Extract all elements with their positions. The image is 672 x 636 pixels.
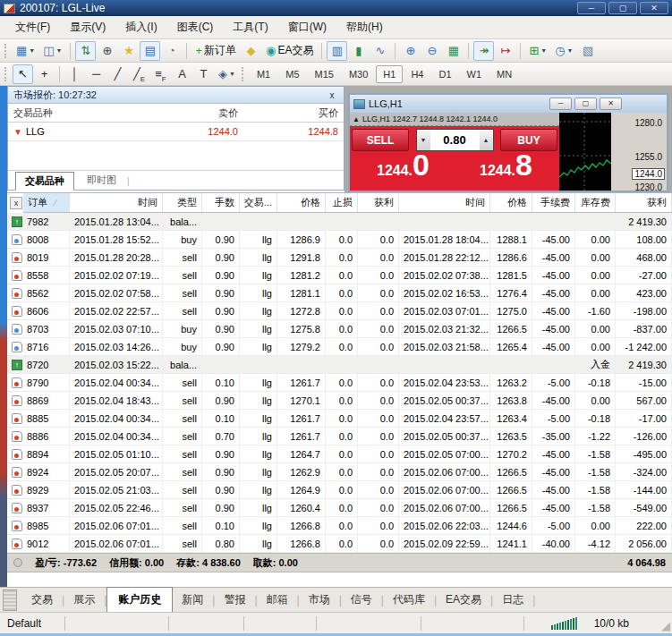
market-watch-tab-active[interactable]: 交易品种 <box>15 172 74 191</box>
timeframe-m5[interactable]: M5 <box>278 65 306 83</box>
history-col-header-11[interactable]: 库存费 <box>575 193 616 212</box>
chart-window-titlebar[interactable]: LLG,H1 ─ ▢ ✕ <box>350 95 667 113</box>
history-col-header-12[interactable]: 获利 <box>616 193 672 212</box>
menu-item-2[interactable]: 插入(I) <box>115 15 166 39</box>
timeframe-w1[interactable]: W1 <box>460 65 489 83</box>
terminal-tab-inactive[interactable]: 展示 <box>64 589 104 611</box>
terminal-tab-inactive[interactable]: 邮箱 <box>258 589 297 611</box>
history-row[interactable]: 85582015.02.02 07:19...sell0.90llg1281.2… <box>7 267 672 284</box>
tick-chart-button[interactable]: ⇅ <box>75 41 96 61</box>
history-row[interactable]: 89372015.02.05 22:46...sell0.90llg1260.4… <box>7 499 672 517</box>
new-chart-button[interactable]: ▦▼ <box>13 41 38 61</box>
history-row[interactable]: 87902015.02.04 00:34...sell0.10llg1261.7… <box>7 374 672 392</box>
chart-close-button[interactable]: ✕ <box>600 98 622 110</box>
chart-minimize-button[interactable]: ─ <box>549 98 572 110</box>
history-col-header-10[interactable]: 手续费 <box>532 193 575 212</box>
profiles-button[interactable]: ◫▼ <box>39 41 65 61</box>
menu-item-5[interactable]: 窗口(W) <box>278 15 336 39</box>
chart-bars-button[interactable]: ▥ <box>327 41 347 61</box>
periods-button[interactable]: ◷▼ <box>551 41 576 61</box>
timeframe-m30[interactable]: M30 <box>342 65 375 83</box>
ask-price-display[interactable]: 1244.8 <box>455 152 557 189</box>
history-col-header-5[interactable]: 价格 <box>277 193 326 212</box>
price-chart-area[interactable] <box>559 113 611 191</box>
history-row[interactable]: 90122015.02.06 07:01...sell0.80llg1266.8… <box>7 535 672 553</box>
chart-restore-button[interactable]: ▢ <box>574 98 597 110</box>
tile-windows-button[interactable]: ▦ <box>443 41 464 61</box>
history-col-header-3[interactable]: 手数 <box>202 193 240 212</box>
history-row[interactable]: ↑79822015.01.28 13:04...bala...2 419.30 <box>7 213 672 231</box>
timeframe-h1[interactable]: H1 <box>376 65 403 83</box>
market-watch-column-1[interactable]: 卖价 <box>149 106 243 120</box>
terminal-tab-inactive[interactable]: 代码库 <box>384 589 434 611</box>
timeframe-m1[interactable]: M1 <box>250 65 277 83</box>
menu-item-4[interactable]: 工具(T) <box>223 15 277 39</box>
chart-candles-button[interactable]: ▮ <box>348 41 369 61</box>
equidistant-channel-button[interactable]: ╱E <box>129 64 149 84</box>
history-col-header-7[interactable]: 获利 <box>358 193 399 212</box>
history-row[interactable]: 88852015.02.04 00:34...sell0.10llg1261.7… <box>7 410 672 428</box>
close-button[interactable]: ✕ <box>640 2 668 14</box>
docked-panel-handle[interactable] <box>3 589 17 611</box>
history-row[interactable]: 88942015.02.05 01:10...sell0.90llg1264.7… <box>7 445 672 463</box>
chart-shift-button[interactable]: ↦ <box>495 41 515 61</box>
market-watch-column-2[interactable]: 买价 <box>243 106 344 120</box>
terminal-tab-active[interactable]: 账户历史 <box>106 587 173 613</box>
bid-price-display[interactable]: 1244.0 <box>352 152 455 189</box>
text-label-button[interactable]: T <box>193 64 214 84</box>
ea-trading-button[interactable]: ◉EA交易 <box>262 41 317 61</box>
maximize-button[interactable]: ▢ <box>608 2 637 14</box>
history-col-header-6[interactable]: 止损 <box>326 193 358 212</box>
history-row[interactable]: 88862015.02.04 00:34...sell0.70llg1261.7… <box>7 428 672 445</box>
terminal-tab-inactive[interactable]: 新闻 <box>173 589 212 611</box>
metaeditor-button[interactable]: ◆ <box>241 41 261 61</box>
timeframe-d1[interactable]: D1 <box>431 65 458 83</box>
timeframe-mn[interactable]: MN <box>489 65 519 83</box>
fibonacci-button[interactable]: ≡F <box>150 64 171 84</box>
indicators-button[interactable]: ⊞▼ <box>525 41 550 61</box>
favorites-star-button[interactable]: ★ <box>118 41 139 61</box>
arrows-tool-button[interactable]: ◈▼ <box>215 64 239 84</box>
text-tool-button[interactable]: A <box>172 64 192 84</box>
terminal-tab-inactive[interactable]: 信号 <box>342 589 381 611</box>
market-watch-toggle-button[interactable]: ▤ <box>140 41 160 61</box>
zoom-in-button[interactable]: ⊕ <box>400 41 421 61</box>
volume-field[interactable]: 0.80 <box>430 133 480 147</box>
history-col-header-1[interactable]: 时间 <box>70 193 163 212</box>
history-row[interactable]: 89242015.02.05 20:07...sell0.90llg1262.9… <box>7 463 672 481</box>
menu-item-1[interactable]: 显示(V) <box>60 15 115 39</box>
history-col-header-9[interactable]: 价格 <box>490 193 532 212</box>
history-row[interactable]: 87162015.02.03 14:26...buy0.90llg1279.20… <box>7 338 672 356</box>
sell-button[interactable]: SELL <box>352 129 409 151</box>
terminal-tab-inactive[interactable]: 日志 <box>493 589 532 611</box>
volume-increase-button[interactable]: ▲ <box>480 130 493 150</box>
templates-button[interactable]: ▧ <box>578 41 599 61</box>
timeframe-h4[interactable]: H4 <box>404 65 430 83</box>
terminal-tab-inactive[interactable]: 市场 <box>300 589 339 611</box>
menu-item-0[interactable]: 文件(F) <box>5 15 60 39</box>
history-row[interactable]: 89852015.02.06 07:01...sell0.10llg1266.8… <box>7 517 672 535</box>
history-row[interactable]: 85622015.02.02 07:58...sell0.90llg1281.1… <box>7 284 672 302</box>
terminal-tab-inactive[interactable]: EA交易 <box>437 589 490 611</box>
zoom-out-button[interactable]: ⊖ <box>421 41 442 61</box>
profile-selector[interactable]: Default <box>7 617 41 630</box>
history-row[interactable]: 89292015.02.05 21:03...sell0.90llg1264.9… <box>7 481 672 499</box>
timeframe-m15[interactable]: M15 <box>308 65 341 83</box>
auto-scroll-button[interactable]: ↠ <box>473 41 494 61</box>
new-order-button[interactable]: +新订单 <box>191 41 240 61</box>
terminal-close-icon[interactable]: x <box>10 197 22 209</box>
history-col-header-2[interactable]: 类型 <box>163 193 202 212</box>
history-row[interactable]: 88692015.02.04 18:43...sell0.90llg1270.1… <box>7 392 672 410</box>
terminal-tab-inactive[interactable]: 交易 <box>22 589 62 611</box>
minimize-button[interactable]: ─ <box>577 2 606 14</box>
crosshair-cursor-button[interactable]: + <box>34 64 55 84</box>
menu-item-6[interactable]: 帮助(H) <box>336 15 393 39</box>
history-col-header-8[interactable]: 时间 <box>399 193 490 212</box>
market-watch-row[interactable]: ▼LLG1244.01244.8 <box>8 123 344 141</box>
market-watch-column-0[interactable]: 交易品种 <box>8 106 149 120</box>
vertical-line-button[interactable]: │ <box>64 64 85 84</box>
one-click-collapse-icon[interactable]: ▲ <box>353 115 360 123</box>
history-row[interactable]: 86062015.02.02 22:57...sell0.90llg1272.8… <box>7 302 672 320</box>
resize-grip-icon[interactable]: ◢ <box>661 619 670 632</box>
history-row[interactable]: 87032015.02.03 07:10...buy0.90llg1275.80… <box>7 320 672 338</box>
